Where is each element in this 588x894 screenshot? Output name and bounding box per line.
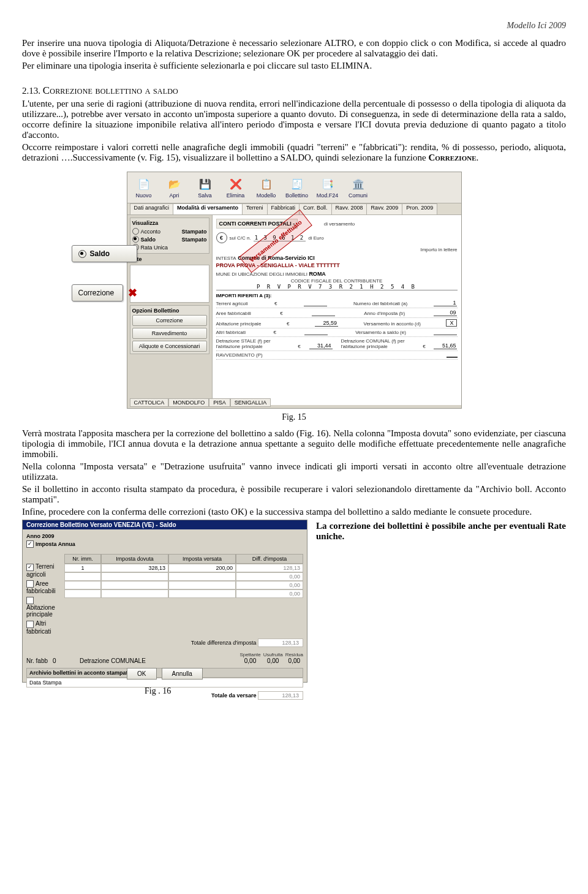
residua-val: 0,00 <box>285 657 303 664</box>
tab-modalita[interactable]: Modalità di versamento <box>173 203 243 214</box>
row-abitazione: Abitazione principale <box>216 321 262 327</box>
annulla-button[interactable]: Annulla <box>162 668 203 680</box>
intestato-lbl: INTESTA <box>216 256 236 261</box>
tab-dati[interactable]: Dati anagrafici <box>130 203 174 214</box>
toolbar-salva[interactable]: 💾Salva <box>191 173 219 202</box>
r4-dif: 0,00 <box>236 589 303 598</box>
lbl-abitazione: Abitazione principale <box>26 604 55 618</box>
section-title-text: Correzione bollettino a saldo <box>43 85 178 96</box>
chk-imposta-annua[interactable] <box>26 540 34 548</box>
callout-correzione-label: Correzione <box>78 289 115 297</box>
tab-ravv08[interactable]: Ravv. 2008 <box>331 203 368 214</box>
visualizza-title: Visualizza <box>132 220 207 227</box>
callout-correzione-button[interactable]: Correzione <box>72 284 124 301</box>
detcom-val: 51,65 <box>434 343 457 349</box>
figure-15-caption: Fig. 15 <box>22 412 566 422</box>
chk-terreni[interactable] <box>26 564 34 571</box>
btn-aliquote[interactable]: Aliquote e Concessionari <box>132 341 207 352</box>
toolbar-elimina[interactable]: ❌Elimina <box>222 173 250 202</box>
f24-icon: 📑 <box>320 177 335 192</box>
tot-versare-lbl: Totale da versare <box>211 692 256 699</box>
eseguito-value: PROVA PROVA - SENIGALLIA - VIALE TTTTTTT <box>216 262 340 268</box>
euro-icon: € <box>216 232 227 243</box>
footer-city-tabs: CATTOLICA MONDOLFO PISA SENIGALLIA <box>130 398 271 407</box>
residua-lbl: Residua <box>285 652 303 657</box>
paragraph-body-2: Occorre reimpostare i valori corretti ne… <box>22 142 566 163</box>
note-label: Note <box>130 256 209 262</box>
note-textarea[interactable] <box>130 265 209 303</box>
model-icon: 📋 <box>259 177 274 192</box>
radio-saldo-stamp: Stampato <box>181 237 206 243</box>
toolbar-apri[interactable]: 📂Apri <box>160 173 189 202</box>
toolbar-apri-lbl: Apri <box>169 192 179 199</box>
new-icon: 📄 <box>137 177 151 192</box>
anno-label: Anno 2009 <box>26 533 303 539</box>
callout-saldo-button[interactable]: Saldo <box>72 245 138 262</box>
toolbar-nuovo-lbl: Nuovo <box>135 192 151 199</box>
nfabb-val: 1 <box>434 300 457 306</box>
r1-n[interactable]: 1 <box>64 564 101 572</box>
section-number: 2.13. <box>22 86 40 96</box>
r1-dov[interactable]: 328,13 <box>101 564 168 572</box>
col-diff: Diff. d'imposta <box>236 554 303 564</box>
row-ravv: RAVVEDIMENTO (P) <box>216 352 263 358</box>
paragraph-body-2c: . <box>477 153 479 162</box>
ftab-pisa[interactable]: PISA <box>209 398 230 407</box>
col-versata: Imposta versata <box>168 554 236 564</box>
chk-abitazione[interactable] <box>26 597 34 604</box>
paragraph-after-fig15-3: Se il bollettino in acconto risulta stam… <box>22 484 566 505</box>
ubicazione-value: ROMA <box>309 271 326 277</box>
row-aree: Aree fabbricabili <box>216 311 251 316</box>
bollettino-preview: CONTI CORRENTI POSTALI - di versamento V… <box>212 215 461 405</box>
tab-ravv09[interactable]: Ravv. 2009 <box>366 203 402 214</box>
r1-ver[interactable]: 200,00 <box>168 564 236 572</box>
nrfabb-val[interactable]: 0 <box>53 657 69 664</box>
detcom-lbl: Detrazione COMUNAL (f) per l'abitazione … <box>341 338 414 349</box>
toolbar-comuni[interactable]: 🏛️Comuni <box>344 173 372 202</box>
radio-icon <box>78 250 86 258</box>
toolbar-f24[interactable]: 📑Mod.F24 <box>314 173 342 202</box>
tab-terreni[interactable]: Terreni <box>242 203 268 214</box>
dialog-buttons: OK Annulla <box>23 668 307 680</box>
ok-button[interactable]: OK <box>127 668 156 680</box>
tab-pron09[interactable]: Pron. 2009 <box>402 203 437 214</box>
grid-row-3: 0,00 <box>64 581 303 589</box>
toolbar-modello[interactable]: 📋Modello <box>252 173 281 202</box>
radio-acconto[interactable]: AccontoStampato <box>132 227 207 235</box>
ftab-cattolica[interactable]: CATTOLICA <box>130 398 169 407</box>
visualizza-group: Visualizza AccontoStampato SaldoStampato… <box>130 218 209 254</box>
ubicazione-lbl: MUNE DI UBICAZIONE DEGLI IMMOBILI <box>216 271 307 277</box>
tot-versare-val: 128,13 <box>258 691 303 700</box>
detst-lbl: Detrazione STALE (f) per l'abitazione pr… <box>216 338 290 349</box>
cf-label: CODICE FISCALE DEL CONTRIBUENTE <box>216 278 458 284</box>
ftab-mondolfo[interactable]: MONDOLFO <box>168 398 209 407</box>
figure-15-container: 📄Nuovo 📂Apri 💾Salva ❌Elimina 📋Modello 🧾B… <box>22 172 566 409</box>
toolbar-nuovo[interactable]: 📄Nuovo <box>130 173 158 202</box>
btn-ravvedimento[interactable]: Ravvedimento <box>132 328 207 339</box>
grid-row-4: 0,00 <box>64 589 303 598</box>
tot-versare-row: Totale da versare 128,13 <box>26 691 303 700</box>
town-icon: 🏛️ <box>351 177 366 192</box>
vsal-lbl: Versamento a saldo (e) <box>355 330 406 335</box>
detst-val: 31,44 <box>309 343 333 349</box>
toolbar-elimina-lbl: Elimina <box>227 192 245 199</box>
toolbar-bollettino-lbl: Bollettino <box>285 192 308 199</box>
imposta-annua-label: Imposta Annua <box>36 541 75 547</box>
radio-rata[interactable]: Rata Unica <box>132 243 207 251</box>
r1-dif: 128,13 <box>236 564 303 572</box>
usufruita-val[interactable]: 0,00 <box>263 657 283 664</box>
tot-diff-val: 128,13 <box>258 638 303 647</box>
chk-altri[interactable] <box>26 621 34 628</box>
dialog-titlebar: Correzione Bollettino Versato VENEZIA (V… <box>23 520 307 529</box>
r2-dif: 0,00 <box>236 572 303 581</box>
save-icon: 💾 <box>198 177 213 192</box>
tab-corrboll[interactable]: Corr. Boll. <box>299 203 332 214</box>
chk-aree[interactable] <box>26 580 34 588</box>
app-toolbar: 📄Nuovo 📂Apri 💾Salva ❌Elimina 📋Modello 🧾B… <box>127 172 461 203</box>
btn-correzione[interactable]: Correzione <box>132 315 207 326</box>
ftab-senigallia[interactable]: SENIGALLIA <box>230 398 271 407</box>
tot-diff-row: Totale differenza d'imposta 128,13 <box>26 638 303 647</box>
toolbar-bollettino[interactable]: 🧾Bollettino <box>283 173 311 202</box>
radio-saldo[interactable]: SaldoStampato <box>132 235 207 243</box>
importi-label: IMPORTI RIFERITI A (3): <box>216 293 458 298</box>
